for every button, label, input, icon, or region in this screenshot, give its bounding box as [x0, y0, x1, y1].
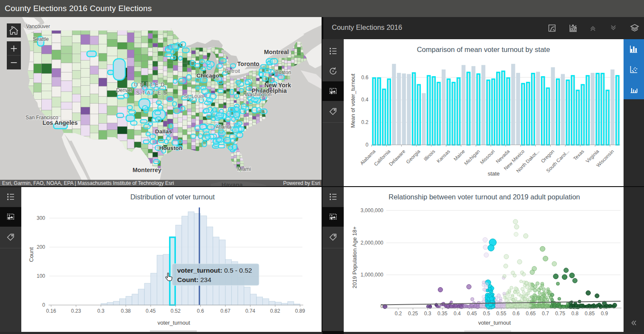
svg-text:Washington: Washington: [245, 92, 272, 98]
svg-text:0.3: 0.3: [424, 311, 431, 317]
svg-text:Chicago: Chicago: [196, 72, 219, 79]
svg-text:100: 100: [37, 273, 45, 279]
svg-text:0.65: 0.65: [526, 311, 536, 317]
svg-text:2,000,000: 2,000,000: [361, 240, 384, 246]
svg-text:Detroit: Detroit: [225, 68, 240, 74]
svg-text:Boston: Boston: [275, 69, 291, 75]
svg-text:0.3: 0.3: [98, 308, 105, 314]
svg-text:STATES: STATES: [136, 90, 169, 96]
svg-text:0.45: 0.45: [467, 311, 477, 317]
svg-text:0.6: 0.6: [197, 308, 204, 314]
svg-text:300: 300: [37, 215, 45, 221]
svg-text:state: state: [488, 170, 500, 177]
svg-text:3,000,000: 3,000,000: [361, 207, 384, 213]
svg-text:0.6: 0.6: [512, 311, 520, 317]
svg-text:voter_turnout: voter_turnout: [158, 320, 190, 326]
svg-text:0: 0: [42, 302, 45, 308]
svg-text:voter_turnout: voter_turnout: [478, 320, 511, 326]
svg-text:Vancouver: Vancouver: [26, 23, 50, 29]
svg-text:0.6: 0.6: [361, 75, 368, 81]
svg-text:Mean of voter_turnout: Mean of voter_turnout: [350, 73, 356, 128]
svg-text:0: 0: [365, 142, 368, 148]
svg-text:Count: 234: Count: 234: [177, 276, 211, 283]
svg-text:0.23: 0.23: [71, 308, 81, 314]
svg-text:Relationship between voter tur: Relationship between voter turnout and 2…: [388, 193, 580, 201]
svg-text:2019 Population Age 18+: 2019 Population Age 18+: [351, 226, 358, 288]
svg-text:St. Louis: St. Louis: [184, 93, 204, 99]
svg-text:200: 200: [37, 244, 45, 250]
svg-text:0.85: 0.85: [585, 311, 595, 317]
svg-text:0: 0: [380, 303, 383, 309]
svg-text:UNITED: UNITED: [134, 82, 167, 88]
svg-text:Powered by Esri: Powered by Esri: [283, 180, 320, 186]
svg-text:0.5: 0.5: [483, 311, 490, 317]
svg-text:Comparison of mean voter turno: Comparison of mean voter turnout by stat…: [417, 46, 550, 53]
svg-text:Denver: Denver: [116, 87, 133, 93]
svg-text:voter_turnout: 0.5 - 0.52: voter_turnout: 0.5 - 0.52: [177, 267, 252, 274]
svg-text:0.2: 0.2: [361, 119, 368, 125]
svg-text:0.8: 0.8: [571, 311, 578, 317]
svg-text:0.55: 0.55: [496, 311, 506, 317]
svg-text:0.7: 0.7: [542, 311, 549, 317]
svg-text:0.74: 0.74: [245, 308, 256, 314]
svg-text:1,000,000: 1,000,000: [361, 272, 384, 278]
svg-text:0.75: 0.75: [555, 311, 566, 317]
svg-text:0.89: 0.89: [295, 308, 305, 314]
svg-text:Miami: Miami: [237, 166, 251, 172]
svg-text:0.9: 0.9: [601, 311, 608, 317]
svg-text:0.67: 0.67: [220, 308, 230, 314]
svg-text:0.2: 0.2: [395, 311, 402, 317]
svg-text:Houston: Houston: [159, 145, 183, 151]
svg-text:Count: Count: [28, 247, 34, 262]
svg-text:Atlanta: Atlanta: [216, 124, 232, 130]
svg-text:Dallas: Dallas: [155, 128, 172, 135]
svg-text:0.4: 0.4: [361, 97, 368, 103]
svg-text:0.4: 0.4: [454, 311, 461, 317]
svg-text:0.52: 0.52: [171, 308, 181, 314]
svg-text:Toronto: Toronto: [237, 60, 259, 67]
svg-text:Montreal: Montreal: [264, 49, 289, 55]
svg-text:0.16: 0.16: [46, 308, 56, 314]
svg-text:0.45: 0.45: [146, 308, 156, 314]
svg-text:Esri, Garmin, FAO, NOAA, EPA |: Esri, Garmin, FAO, NOAA, EPA | Massachus…: [2, 180, 174, 186]
svg-text:0.82: 0.82: [270, 308, 280, 314]
svg-text:0.25: 0.25: [408, 311, 418, 317]
svg-text:0.38: 0.38: [121, 308, 131, 314]
svg-text:Seattle: Seattle: [33, 36, 49, 42]
svg-text:Los Angeles: Los Angeles: [43, 119, 78, 126]
svg-text:0.35: 0.35: [437, 311, 448, 317]
svg-text:Distribution of voter turnout: Distribution of voter turnout: [130, 193, 215, 201]
svg-text:Monterrey: Monterrey: [132, 167, 161, 173]
